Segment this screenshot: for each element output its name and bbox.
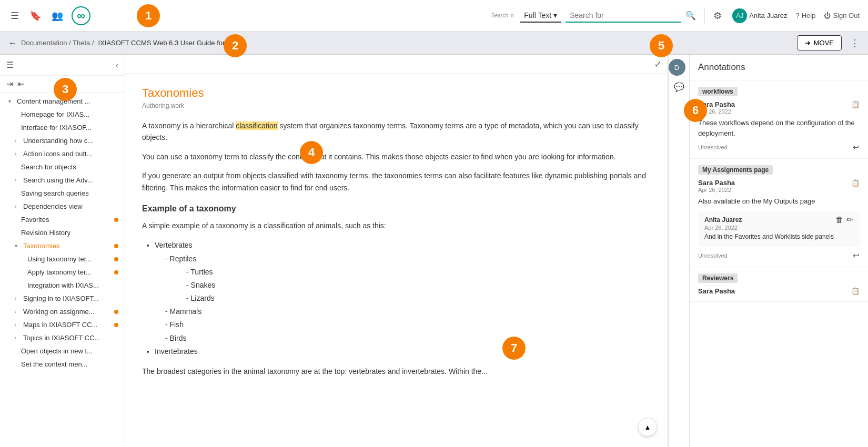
content-body: Taxonomies Authoring.work A taxonomy is … <box>125 74 668 397</box>
search-input[interactable] <box>570 11 664 19</box>
menu-icon[interactable]: ☰ <box>8 8 21 24</box>
filter-icon[interactable]: ⚙ <box>713 10 722 22</box>
content-area: ⤢ Taxonomies Authoring.work A taxonomy i… <box>125 55 668 447</box>
sidebar-item-context-menu[interactable]: Set the context men... <box>0 358 125 371</box>
logo[interactable]: ∞ <box>72 6 90 25</box>
ann-copy-icon-3[interactable]: 📋 <box>851 287 860 295</box>
annotations-side-icons: D 💬 <box>668 55 689 447</box>
ann-copy-icon-1[interactable]: 📋 <box>851 100 860 108</box>
users-icon[interactable]: 👥 <box>49 8 65 24</box>
sidebar-item-saving-search[interactable]: Saving search queries <box>0 187 125 200</box>
sidebar-actions: ⇥ ⇤ <box>0 76 125 93</box>
indent-icon[interactable]: ⇥ <box>6 79 13 89</box>
ann-status-1: Unresolved <box>698 144 728 150</box>
ann-reply-icon-1[interactable]: ↩ <box>853 143 860 152</box>
annotations-title: Annotations <box>698 62 745 73</box>
sidebar-header: ☰ ‹ <box>0 55 125 76</box>
ann-reply-user: Anita Juarez <box>704 216 742 224</box>
ann-tag-workflows: workflows <box>698 87 738 96</box>
list-item-reptiles: Reptiles Turtles Snakes Lizards <box>165 252 651 306</box>
sidebar-item-homepage[interactable]: Homepage for IXIAS... <box>0 108 125 121</box>
scroll-up-button[interactable]: ▲ <box>638 418 657 436</box>
ann-reply-icon-2[interactable]: ↩ <box>853 251 860 260</box>
ann-user-3: Sara Pasha <box>698 287 735 295</box>
expand-icon: › <box>15 335 21 341</box>
list-item-turtles: Turtles <box>186 266 651 279</box>
ann-copy-icon-2[interactable]: 📋 <box>851 179 860 187</box>
annotations-header: Annotations <box>690 55 868 80</box>
sidebar-item-action-icons[interactable]: › Action icons and butt... <box>0 147 125 160</box>
sidebar-tree: ▾ Content management ... Homepage for IX… <box>0 93 125 373</box>
sidebar-item-topics[interactable]: › Topics in IXIASOFT CC... <box>0 331 125 344</box>
sidebar-item-search-objects[interactable]: Search for objects <box>0 160 125 174</box>
sidebar-item-interface[interactable]: Interface for IXIASOF... <box>0 121 125 134</box>
back-button[interactable]: ← <box>8 38 17 48</box>
list-item-birds: Birds <box>165 332 651 345</box>
content-bottom-text: The broadest categories in the animal ta… <box>142 365 651 377</box>
ann-tag-assignments: My Assignments page <box>698 165 773 175</box>
sidebar-item-favorites[interactable]: Favorites <box>0 213 125 226</box>
expand-icon: › <box>15 151 21 157</box>
move-button[interactable]: ➜ MOVE <box>797 35 842 50</box>
main-layout: ☰ ‹ ⇥ ⇤ ▾ Content management ... Homepag… <box>0 55 868 447</box>
sidebar-item-dependencies[interactable]: › Dependencies view <box>0 200 125 213</box>
help-button[interactable]: ? Help <box>795 12 815 19</box>
user-area: AJ Anita Juarez ? Help ⏻ Sign Out <box>732 8 860 23</box>
sidebar-item-search-adv[interactable]: › Search using the Adv... <box>0 174 125 187</box>
sidebar-item-working-on[interactable]: › Working on assignme... <box>0 305 125 318</box>
signout-button[interactable]: ⏻ Sign Out <box>824 12 860 19</box>
ann-user-1: Sara Pasha <box>698 100 735 108</box>
ann-reply-text: And in the Favorites and Worklists side … <box>704 233 853 240</box>
list-item-mammals: Mammals <box>165 305 651 318</box>
search-icon[interactable]: 🔍 <box>685 11 696 21</box>
expand-content-icon[interactable]: ⤢ <box>654 59 661 69</box>
ann-text-1: These workflows depend on the configurat… <box>698 118 860 138</box>
list-icon[interactable]: ☰ <box>6 60 14 70</box>
search-in-label: Search in <box>491 13 513 18</box>
sidebar-item-revision-history[interactable]: Revision History <box>0 226 125 239</box>
sidebar-item-integration[interactable]: Integration with IXIAS... <box>0 279 125 292</box>
ann-edit-icon[interactable]: ✏ <box>846 215 853 225</box>
expand-icon: › <box>15 322 21 328</box>
sidebar-item-using-taxonomy[interactable]: Using taxonomy ter... <box>0 252 125 266</box>
content-paragraph-2: You can use a taxonomy term to classify … <box>142 151 651 162</box>
list-item-snakes: Snakes <box>186 279 651 292</box>
annotation-item-3: Reviewers Sara Pasha 📋 <box>690 267 868 302</box>
sidebar-collapse-icon[interactable]: ‹ <box>116 61 118 69</box>
list-item-vertebrates: Vertebrates Reptiles Turtles Snakes Liza… <box>155 239 651 345</box>
sidebar-item-understanding[interactable]: › Understanding how c... <box>0 134 125 147</box>
outdent-icon[interactable]: ⇤ <box>17 79 24 89</box>
content-subtitle: Authoring.work <box>142 102 651 109</box>
list-item-lizards: Lizards <box>186 292 651 305</box>
ann-delete-icon[interactable]: 🗑 <box>835 215 843 225</box>
content-title: Taxonomies <box>142 86 651 100</box>
breadcrumb-bar: ← Documentation / Theta / IXIASOFT CCMS … <box>0 32 868 55</box>
search-type-label: Full Text <box>524 11 551 19</box>
ann-user-2: Sara Pasha <box>698 179 735 187</box>
user-name[interactable]: AJ Anita Juarez <box>732 8 787 23</box>
annotations-panel: Annotations workflows Sara Pasha 📋 Apr 2… <box>689 55 868 447</box>
comment-icon[interactable]: 💬 <box>672 80 687 94</box>
sidebar-item-apply-taxonomy[interactable]: Apply taxonomy ter... <box>0 266 125 279</box>
sidebar-item-signing-in[interactable]: › Signing in to IXIASOFT... <box>0 292 125 305</box>
sidebar-item-open-objects[interactable]: Open objects in new t... <box>0 344 125 358</box>
list-item-invertebrates: Invertebrates <box>155 345 651 358</box>
top-nav: ☰ 🔖 👥 ∞ Search in Full Text ▾ 🔍 ⚙ AJ Ani… <box>0 0 868 32</box>
divider <box>704 8 705 24</box>
sidebar-item-content-management[interactable]: ▾ Content management ... <box>0 95 125 108</box>
breadcrumb-path: Documentation / Theta / <box>21 39 94 47</box>
more-options-icon[interactable]: ⋮ <box>850 37 860 49</box>
ann-date-2: Apr 26, 2022 <box>698 187 860 193</box>
annotations-wrapper: D 💬 Annotations workflows Sara Pasha 📋 A… <box>668 55 868 447</box>
expand-icon: › <box>15 138 21 144</box>
ann-date-1: Apr 26, 2022 <box>698 108 860 115</box>
bookmark-icon[interactable]: 🔖 <box>27 8 43 24</box>
search-type-dropdown[interactable]: Full Text ▾ <box>520 9 561 23</box>
content-paragraph-3: If you generate an output from objects c… <box>142 170 651 194</box>
sidebar-item-taxonomies[interactable]: ▾ Taxonomies <box>0 239 125 252</box>
ann-user-avatar: D <box>669 59 685 76</box>
sidebar-item-maps[interactable]: › Maps in IXIASOFT CC... <box>0 318 125 331</box>
dropdown-arrow-icon: ▾ <box>553 11 557 19</box>
expand-icon: › <box>15 204 21 209</box>
ann-text-2: Also available on the My Outputs page <box>698 196 860 207</box>
